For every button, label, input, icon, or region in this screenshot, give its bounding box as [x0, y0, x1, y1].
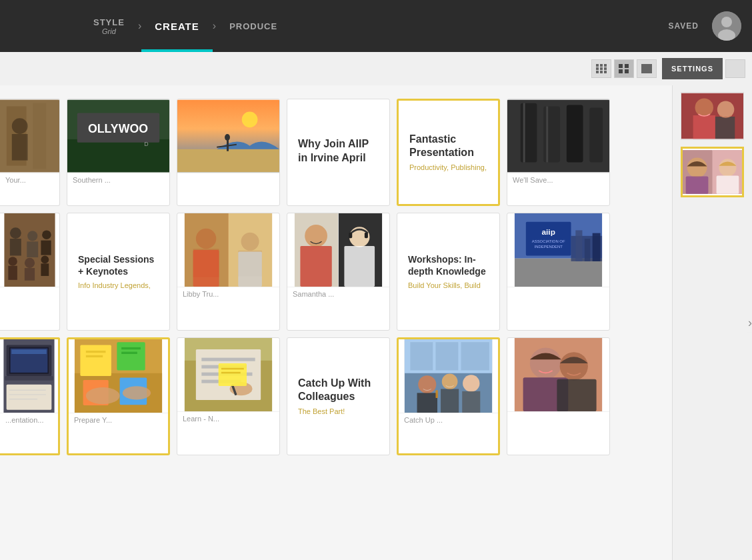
- svg-point-51: [41, 255, 49, 263]
- svg-point-49: [25, 258, 35, 268]
- card-why-join[interactable]: Why Join AIIP in Irvine April: [287, 99, 390, 206]
- settings-button[interactable]: SETTINGS: [662, 58, 723, 79]
- sidebar-thumb-1[interactable]: [681, 92, 744, 140]
- style-label: STYLE: [93, 17, 125, 27]
- card-beach[interactable]: [177, 99, 280, 206]
- card-catchup-photo[interactable]: Catch Up ...: [397, 337, 500, 455]
- card-fantastic[interactable]: Fantastic Presentation Productivity, Pub…: [397, 99, 500, 206]
- svg-rect-134: [557, 379, 596, 411]
- card-aiip-label: [507, 287, 609, 293]
- card-chairs[interactable]: We'll Save...: [507, 99, 610, 206]
- card-learn-label: Learn - N...: [177, 411, 279, 425]
- svg-point-47: [8, 257, 17, 266]
- svg-rect-9: [596, 71, 599, 73]
- card-libby[interactable]: Libby Tru...: [177, 213, 280, 331]
- card-catch-up-subtitle: The Best Part!: [298, 407, 379, 416]
- svg-point-143: [687, 157, 707, 177]
- svg-rect-86: [11, 349, 46, 354]
- svg-point-133: [560, 352, 588, 380]
- view-small-grid-button[interactable]: [591, 59, 611, 78]
- nav-item-style-content: STYLE Grid: [93, 17, 125, 35]
- svg-rect-8: [604, 67, 607, 70]
- produce-label: PRODUCE: [229, 21, 277, 31]
- card-couple-label: [507, 411, 609, 417]
- view-large-grid-button[interactable]: [637, 59, 657, 78]
- card-aiip[interactable]: aiip ASSOCIATION OF INDEPENDENT: [507, 213, 610, 331]
- svg-rect-46: [41, 241, 51, 255]
- svg-rect-38: [523, 103, 525, 163]
- card-your[interactable]: Your...: [0, 99, 60, 206]
- svg-rect-52: [41, 263, 49, 276]
- svg-rect-70: [365, 233, 368, 238]
- svg-rect-125: [441, 389, 459, 413]
- svg-rect-12: [619, 64, 623, 68]
- card-crowd[interactable]: [0, 213, 60, 331]
- card-workshops[interactable]: Workshops: In-depth Knowledge Build Your…: [397, 213, 500, 331]
- svg-text:OLLYWOO: OLLYWOO: [88, 122, 148, 135]
- create-label: CREATE: [155, 21, 199, 32]
- svg-rect-66: [300, 246, 331, 287]
- svg-rect-37: [589, 108, 603, 163]
- sidebar-thumb-2[interactable]: [681, 147, 744, 197]
- card-catch-up[interactable]: Catch Up With Colleagues The Best Part!: [287, 337, 390, 455]
- card-beach-label: [177, 173, 279, 179]
- svg-rect-74: [526, 222, 571, 256]
- svg-rect-88: [7, 385, 52, 410]
- card-special-sessions[interactable]: Special Sessions + Keynotes Info Industr…: [67, 213, 170, 331]
- card-samantha-label: Samantha ...: [287, 287, 389, 301]
- nav-item-produce[interactable]: PRODUCE: [216, 0, 291, 52]
- main-layout: Your... OLLYWOO D Southern ...: [0, 85, 752, 560]
- svg-point-145: [719, 159, 736, 176]
- svg-point-138: [717, 101, 734, 117]
- svg-rect-120: [435, 342, 458, 370]
- svg-rect-22: [12, 134, 28, 161]
- toolbar-extra-button[interactable]: [725, 59, 745, 78]
- svg-rect-61: [238, 252, 262, 287]
- sidebar-expand-button[interactable]: ›: [747, 313, 752, 333]
- card-sticky-label: Prepare Y...: [69, 413, 168, 427]
- avatar[interactable]: [712, 11, 741, 41]
- svg-point-126: [463, 375, 479, 391]
- svg-rect-13: [625, 64, 629, 68]
- card-laptop[interactable]: ...entation...: [0, 337, 60, 455]
- card-laptop-label: ...entation...: [0, 413, 58, 427]
- svg-rect-4: [600, 64, 603, 67]
- card-workshops-title: Workshops: In-depth Knowledge: [408, 253, 489, 277]
- svg-rect-69: [349, 233, 352, 238]
- svg-rect-24: [67, 139, 169, 172]
- toolbar: SETTINGS: [0, 52, 752, 85]
- svg-rect-16: [641, 64, 652, 73]
- svg-rect-34: [521, 103, 537, 163]
- nav-item-style[interactable]: STYLE Grid: [80, 0, 138, 52]
- svg-rect-10: [600, 71, 603, 73]
- card-sticky[interactable]: Prepare Y...: [67, 337, 170, 455]
- svg-rect-114: [221, 368, 244, 370]
- svg-point-103: [123, 386, 151, 399]
- card-learn[interactable]: Learn - N...: [177, 337, 280, 455]
- svg-point-43: [27, 231, 37, 241]
- svg-rect-113: [219, 363, 247, 386]
- card-samantha[interactable]: Samantha ...: [287, 213, 390, 331]
- saved-button[interactable]: SAVED: [669, 21, 699, 31]
- svg-rect-15: [625, 69, 629, 73]
- svg-point-21: [12, 118, 28, 134]
- nav-item-create[interactable]: CREATE: [141, 0, 213, 52]
- style-sub: Grid: [93, 27, 125, 35]
- svg-text:ASSOCIATION OF: ASSOCIATION OF: [532, 239, 565, 243]
- content-area: Your... OLLYWOO D Southern ...: [0, 85, 672, 560]
- svg-rect-107: [201, 358, 255, 361]
- svg-rect-81: [593, 233, 601, 261]
- svg-rect-79: [575, 230, 582, 261]
- svg-rect-87: [5, 376, 53, 381]
- card-special-subtitle: Info Industry Legends,: [78, 281, 159, 290]
- card-couple[interactable]: [507, 337, 610, 455]
- card-fantastic-subtitle: Productivity, Publishing,: [409, 163, 487, 172]
- view-medium-grid-button[interactable]: [614, 59, 634, 78]
- card-why-join-title: Why Join AIIP in Irvine April: [298, 137, 379, 165]
- svg-rect-128: [435, 390, 437, 398]
- card-fantastic-title: Fantastic Presentation: [409, 133, 487, 161]
- svg-rect-60: [193, 250, 219, 287]
- card-your-label: Your...: [0, 173, 59, 187]
- card-ollywood[interactable]: OLLYWOO D Southern ...: [67, 99, 170, 206]
- svg-rect-7: [600, 67, 603, 70]
